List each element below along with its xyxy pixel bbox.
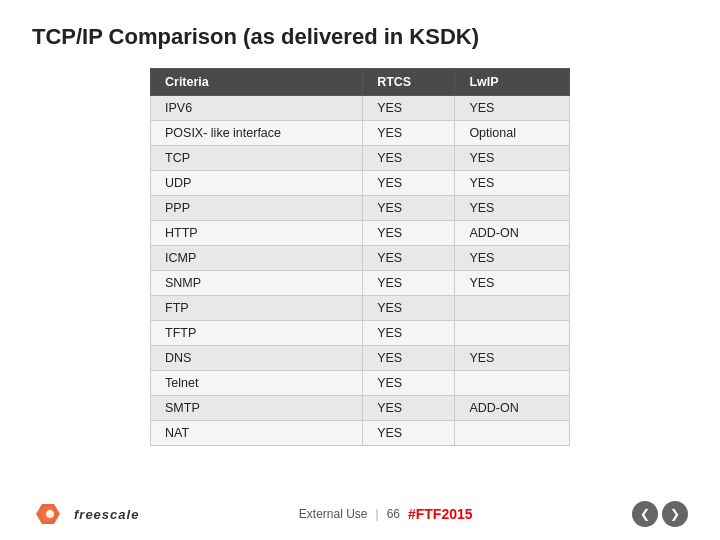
table-row: SNMPYESYES <box>151 271 570 296</box>
table-cell: YES <box>455 271 570 296</box>
table-cell: PPP <box>151 196 363 221</box>
table-cell: POSIX- like interface <box>151 121 363 146</box>
table-row: POSIX- like interfaceYESOptional <box>151 121 570 146</box>
table-cell <box>455 371 570 396</box>
nav-next-button[interactable]: ❯ <box>662 501 688 527</box>
table-cell: SNMP <box>151 271 363 296</box>
nav-arrows: ❮ ❯ <box>632 501 688 527</box>
table-cell: HTTP <box>151 221 363 246</box>
page-number: 66 <box>387 507 400 521</box>
footer: freescale External Use | 66 #FTF2015 ❮ ❯ <box>32 500 688 528</box>
col-lwip: LwIP <box>455 69 570 96</box>
table-cell: ICMP <box>151 246 363 271</box>
table-row: NATYES <box>151 421 570 446</box>
table-cell <box>455 321 570 346</box>
slide-page: TCP/IP Comparison (as delivered in KSDK)… <box>0 0 720 540</box>
table-row: PPPYESYES <box>151 196 570 221</box>
freescale-logo-text: freescale <box>74 507 139 522</box>
table-cell: YES <box>455 146 570 171</box>
table-cell: YES <box>363 121 455 146</box>
table-cell: NAT <box>151 421 363 446</box>
table-cell: YES <box>455 196 570 221</box>
col-rtcs: RTCS <box>363 69 455 96</box>
table-cell: YES <box>363 421 455 446</box>
table-cell <box>455 296 570 321</box>
table-cell: YES <box>363 271 455 296</box>
table-row: IPV6YESYES <box>151 96 570 121</box>
table-cell: YES <box>363 221 455 246</box>
table-row: UDPYESYES <box>151 171 570 196</box>
table-row: TCPYESYES <box>151 146 570 171</box>
table-row: TFTPYES <box>151 321 570 346</box>
svg-point-2 <box>46 510 54 518</box>
table-cell: IPV6 <box>151 96 363 121</box>
table-cell: YES <box>455 346 570 371</box>
table-cell: FTP <box>151 296 363 321</box>
table-cell: YES <box>363 371 455 396</box>
footer-center: External Use | 66 #FTF2015 <box>299 506 473 522</box>
table-cell: YES <box>363 246 455 271</box>
freescale-logo: freescale <box>32 500 139 528</box>
table-cell: YES <box>363 146 455 171</box>
table-cell: TFTP <box>151 321 363 346</box>
table-cell: YES <box>363 96 455 121</box>
nav-prev-button[interactable]: ❮ <box>632 501 658 527</box>
table-row: FTPYES <box>151 296 570 321</box>
table-row: ICMPYESYES <box>151 246 570 271</box>
external-use-label: External Use <box>299 507 368 521</box>
comparison-table-wrapper: Criteria RTCS LwIP IPV6YESYESPOSIX- like… <box>32 68 688 446</box>
table-cell: YES <box>363 196 455 221</box>
table-cell: YES <box>363 396 455 421</box>
table-cell: YES <box>455 246 570 271</box>
table-cell: YES <box>363 346 455 371</box>
table-row: DNSYESYES <box>151 346 570 371</box>
table-row: SMTPYESADD-ON <box>151 396 570 421</box>
table-cell: YES <box>455 171 570 196</box>
page-title: TCP/IP Comparison (as delivered in KSDK) <box>32 24 688 50</box>
table-cell: YES <box>455 96 570 121</box>
table-cell: Optional <box>455 121 570 146</box>
col-criteria: Criteria <box>151 69 363 96</box>
table-cell: UDP <box>151 171 363 196</box>
table-cell <box>455 421 570 446</box>
table-cell: YES <box>363 296 455 321</box>
table-cell: ADD-ON <box>455 221 570 246</box>
table-cell: DNS <box>151 346 363 371</box>
freescale-logo-icon <box>32 500 68 528</box>
table-row: HTTPYESADD-ON <box>151 221 570 246</box>
table-cell: Telnet <box>151 371 363 396</box>
comparison-table: Criteria RTCS LwIP IPV6YESYESPOSIX- like… <box>150 68 570 446</box>
footer-divider: | <box>376 507 379 521</box>
table-cell: YES <box>363 171 455 196</box>
footer-left: freescale <box>32 500 139 528</box>
hashtag-label: #FTF2015 <box>408 506 473 522</box>
table-cell: TCP <box>151 146 363 171</box>
table-cell: SMTP <box>151 396 363 421</box>
table-row: TelnetYES <box>151 371 570 396</box>
table-cell: YES <box>363 321 455 346</box>
table-cell: ADD-ON <box>455 396 570 421</box>
